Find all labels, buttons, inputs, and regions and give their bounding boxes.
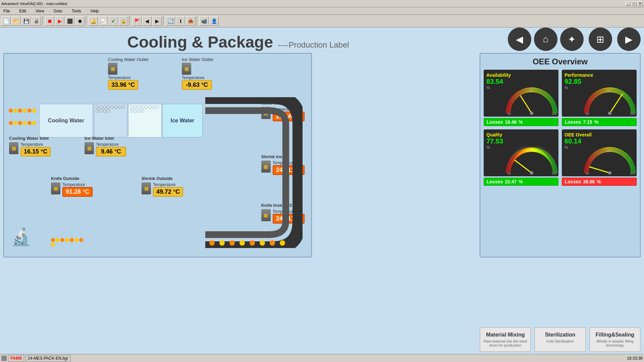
- status-file: 24-MES-PACK-EN.bgr: [25, 355, 70, 362]
- ice-water-outlet-sensor: Ice Water Outlet ▦ Temperature -9.63 °C: [182, 57, 213, 90]
- toolbar-info[interactable]: ℹ: [176, 16, 185, 26]
- toolbar-alarm[interactable]: 🔔: [89, 16, 98, 26]
- product-dot: [32, 121, 36, 125]
- material-mixing-subtitle: Raw material into the steel drum for pro…: [483, 339, 528, 347]
- filling-sealing-btn[interactable]: Filling&Sealing Wholly in aseptic fillin…: [589, 327, 641, 352]
- toolbar-print[interactable]: 🖨: [32, 16, 41, 26]
- toolbar-forward[interactable]: ▶: [152, 16, 162, 26]
- menu-bar: File Edit View Goto Tools Help: [0, 7, 644, 15]
- toolbar-check-green[interactable]: ✔: [109, 16, 118, 26]
- svg-point-2: [229, 240, 235, 246]
- nav-applications-icon[interactable]: ⊞: [589, 27, 612, 51]
- availability-gauge-svg: 50 100 90: [505, 86, 558, 117]
- toolbar-refresh[interactable]: 🔄: [166, 16, 175, 26]
- output-dot: [74, 238, 78, 242]
- circle: [99, 109, 103, 113]
- nav-home-icon[interactable]: ⌂: [534, 27, 557, 51]
- svg-point-1: [219, 240, 225, 246]
- cooling-water-inlet-label: Cooling Water Inlet: [9, 136, 51, 141]
- output-dot: [51, 238, 55, 242]
- availability-value: 83.54: [486, 78, 556, 85]
- toolbar-play[interactable]: ▶: [55, 16, 64, 26]
- knife-outside-sensor: Knife Outside ▦ Temperature 91.28 °C: [51, 176, 93, 197]
- availability-losses-label: Losses: [487, 119, 503, 125]
- circle: [137, 106, 141, 109]
- toolbar-separator-1: [42, 16, 44, 26]
- quality-gauge-svg: 50 100 90: [505, 146, 558, 176]
- toolbar-security[interactable]: 🔒: [119, 16, 128, 26]
- svg-point-12: [530, 112, 533, 115]
- toolbar-trend[interactable]: 📈: [99, 16, 108, 26]
- ice-water-inlet-value: 9.46 °C: [96, 147, 126, 157]
- maximize-button[interactable]: □: [631, 1, 637, 6]
- svg-line-16: [610, 94, 623, 113]
- circle: [133, 109, 137, 113]
- toolbar-save[interactable]: 💾: [21, 16, 31, 26]
- svg-text:50: 50: [507, 112, 511, 116]
- product-dot: [23, 121, 27, 125]
- menu-goto[interactable]: Goto: [52, 8, 64, 14]
- circle: [96, 106, 99, 109]
- svg-line-21: [515, 160, 532, 173]
- toolbar-export[interactable]: 📤: [186, 16, 195, 26]
- cooling-water-outlet-sublabel: Temperature: [108, 75, 138, 80]
- toolbar-stop[interactable]: ⏹: [45, 16, 54, 26]
- toolbar-back[interactable]: ◀: [142, 16, 152, 26]
- toolbar-separator-4: [163, 16, 164, 26]
- svg-point-6: [270, 240, 275, 246]
- output-dot: [56, 238, 60, 242]
- output-dot: [65, 238, 69, 242]
- gauge-overall: OEE Overall 60.14 % 50 100 90: [562, 129, 637, 176]
- nav-forward-icon[interactable]: ▶: [617, 27, 641, 51]
- svg-text:50: 50: [586, 172, 589, 175]
- circle: [107, 109, 110, 113]
- performance-losses-unit: %: [594, 119, 598, 125]
- svg-text:100: 100: [552, 112, 557, 116]
- toolbar-open[interactable]: 📂: [11, 16, 21, 26]
- nav-back-icon[interactable]: ◀: [508, 27, 531, 51]
- svg-point-17: [608, 112, 611, 115]
- window-controls[interactable]: _ □ ✕: [625, 1, 643, 6]
- svg-text:90: 90: [607, 89, 610, 93]
- sterilization-btn[interactable]: Sterilization Cold Sterilization: [534, 327, 586, 352]
- knife-outside-value: 91.28 °C: [62, 187, 93, 197]
- svg-text:90: 90: [607, 149, 610, 152]
- availability-losses: Losses 16.46 %: [484, 118, 558, 126]
- cooling-water-inlet-sensor: Cooling Water Inlet ▦ Temperature 16.15 …: [9, 136, 51, 157]
- cooling-water-outlet-sensor: Cooling Water Outlet ▦ Temperature 33.96…: [108, 57, 148, 90]
- product-output: [51, 238, 85, 247]
- shrink-outside-value: 49.72 °C: [153, 187, 183, 197]
- minimize-button[interactable]: _: [625, 1, 631, 6]
- overall-losses-value: 39.86: [583, 179, 595, 184]
- menu-tools[interactable]: Tools: [70, 8, 83, 14]
- circle: [107, 106, 110, 109]
- close-button[interactable]: ✕: [637, 1, 643, 6]
- output-dot: [60, 238, 64, 242]
- material-mixing-btn[interactable]: Material Mixing Raw material into the st…: [480, 327, 531, 352]
- menu-file[interactable]: File: [1, 8, 12, 14]
- menu-help[interactable]: Help: [89, 8, 101, 14]
- oee-quality: Quality 77.53 % 50 100 90: [484, 129, 558, 186]
- ice-water-inlet-sublabel: Temperature: [96, 142, 126, 147]
- output-dot: [51, 243, 55, 247]
- toolbar-flag[interactable]: 🚩: [132, 16, 142, 26]
- menu-view[interactable]: View: [34, 8, 46, 14]
- toolbar-video[interactable]: 📹: [199, 16, 209, 26]
- circle: [96, 109, 99, 113]
- product-dot: [18, 121, 22, 125]
- toolbar-new[interactable]: 📄: [1, 16, 11, 26]
- menu-edit[interactable]: Edit: [17, 8, 28, 14]
- toolbar-record[interactable]: ⏺: [75, 16, 85, 26]
- circle: [137, 109, 141, 113]
- circle: [130, 106, 133, 109]
- ice-water-outlet-value: -9.63 °C: [182, 80, 212, 90]
- status-code: F0405: [10, 356, 22, 361]
- toolbar-step[interactable]: ⬛: [65, 16, 74, 26]
- performance-gauge-svg: 50 100 90: [583, 86, 637, 117]
- performance-losses-value: 7.15: [583, 119, 592, 125]
- ice-water-inlet-icon: ▦: [85, 142, 94, 154]
- nav-features-icon[interactable]: ✦: [560, 27, 584, 51]
- ice-water-inlet-sensor: Ice Water Inlet ▦ Temperature 9.46 °C: [85, 136, 126, 157]
- toolbar-user[interactable]: 👤: [209, 16, 219, 26]
- ice-water-label: Ice Water: [171, 118, 195, 124]
